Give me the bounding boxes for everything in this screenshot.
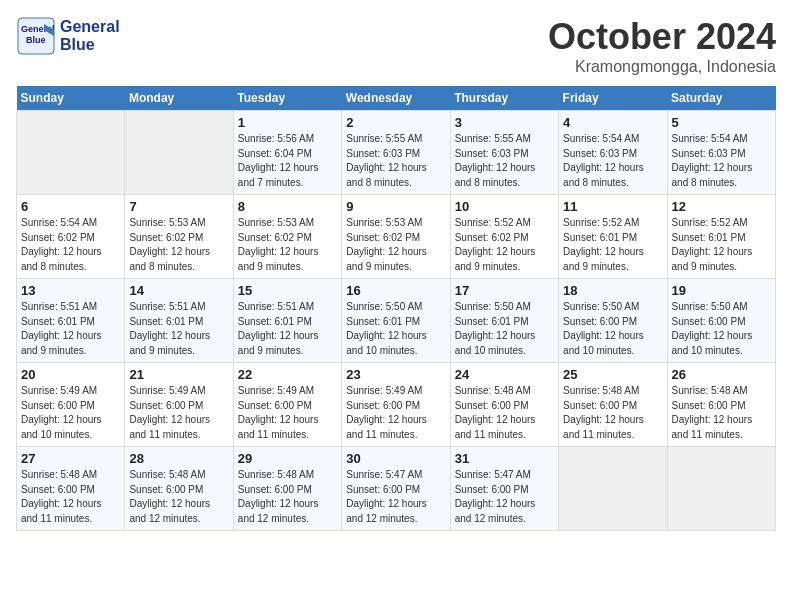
- calendar-cell: 12Sunrise: 5:52 AM Sunset: 6:01 PM Dayli…: [667, 195, 775, 279]
- day-info: Sunrise: 5:52 AM Sunset: 6:01 PM Dayligh…: [672, 216, 771, 274]
- day-number: 31: [455, 451, 554, 466]
- calendar-week-4: 20Sunrise: 5:49 AM Sunset: 6:00 PM Dayli…: [17, 363, 776, 447]
- calendar-cell: 22Sunrise: 5:49 AM Sunset: 6:00 PM Dayli…: [233, 363, 341, 447]
- calendar-cell: 24Sunrise: 5:48 AM Sunset: 6:00 PM Dayli…: [450, 363, 558, 447]
- day-info: Sunrise: 5:48 AM Sunset: 6:00 PM Dayligh…: [129, 468, 228, 526]
- day-info: Sunrise: 5:49 AM Sunset: 6:00 PM Dayligh…: [21, 384, 120, 442]
- calendar-cell: 27Sunrise: 5:48 AM Sunset: 6:00 PM Dayli…: [17, 447, 125, 531]
- day-number: 19: [672, 283, 771, 298]
- day-number: 23: [346, 367, 445, 382]
- day-number: 18: [563, 283, 662, 298]
- day-number: 10: [455, 199, 554, 214]
- day-number: 20: [21, 367, 120, 382]
- day-number: 7: [129, 199, 228, 214]
- day-info: Sunrise: 5:48 AM Sunset: 6:00 PM Dayligh…: [563, 384, 662, 442]
- calendar-header-row: SundayMondayTuesdayWednesdayThursdayFrid…: [17, 86, 776, 111]
- day-info: Sunrise: 5:52 AM Sunset: 6:02 PM Dayligh…: [455, 216, 554, 274]
- header-friday: Friday: [559, 86, 667, 111]
- month-title: October 2024: [548, 16, 776, 58]
- header-sunday: Sunday: [17, 86, 125, 111]
- day-info: Sunrise: 5:47 AM Sunset: 6:00 PM Dayligh…: [455, 468, 554, 526]
- calendar-cell: 7Sunrise: 5:53 AM Sunset: 6:02 PM Daylig…: [125, 195, 233, 279]
- day-number: 15: [238, 283, 337, 298]
- calendar-cell: 11Sunrise: 5:52 AM Sunset: 6:01 PM Dayli…: [559, 195, 667, 279]
- day-info: Sunrise: 5:51 AM Sunset: 6:01 PM Dayligh…: [238, 300, 337, 358]
- calendar-cell: 23Sunrise: 5:49 AM Sunset: 6:00 PM Dayli…: [342, 363, 450, 447]
- day-info: Sunrise: 5:54 AM Sunset: 6:02 PM Dayligh…: [21, 216, 120, 274]
- day-number: 22: [238, 367, 337, 382]
- calendar-cell: 30Sunrise: 5:47 AM Sunset: 6:00 PM Dayli…: [342, 447, 450, 531]
- calendar-cell: 29Sunrise: 5:48 AM Sunset: 6:00 PM Dayli…: [233, 447, 341, 531]
- day-info: Sunrise: 5:49 AM Sunset: 6:00 PM Dayligh…: [238, 384, 337, 442]
- calendar-cell: 15Sunrise: 5:51 AM Sunset: 6:01 PM Dayli…: [233, 279, 341, 363]
- day-info: Sunrise: 5:52 AM Sunset: 6:01 PM Dayligh…: [563, 216, 662, 274]
- logo-text: General Blue: [60, 18, 120, 54]
- day-number: 16: [346, 283, 445, 298]
- day-number: 25: [563, 367, 662, 382]
- location: Kramongmongga, Indonesia: [548, 58, 776, 76]
- day-info: Sunrise: 5:55 AM Sunset: 6:03 PM Dayligh…: [455, 132, 554, 190]
- calendar-week-5: 27Sunrise: 5:48 AM Sunset: 6:00 PM Dayli…: [17, 447, 776, 531]
- day-info: Sunrise: 5:49 AM Sunset: 6:00 PM Dayligh…: [346, 384, 445, 442]
- calendar-cell: [559, 447, 667, 531]
- calendar-cell: 14Sunrise: 5:51 AM Sunset: 6:01 PM Dayli…: [125, 279, 233, 363]
- header-wednesday: Wednesday: [342, 86, 450, 111]
- svg-text:Blue: Blue: [26, 35, 46, 45]
- day-info: Sunrise: 5:49 AM Sunset: 6:00 PM Dayligh…: [129, 384, 228, 442]
- day-info: Sunrise: 5:54 AM Sunset: 6:03 PM Dayligh…: [563, 132, 662, 190]
- day-info: Sunrise: 5:53 AM Sunset: 6:02 PM Dayligh…: [238, 216, 337, 274]
- day-number: 28: [129, 451, 228, 466]
- calendar-cell: 4Sunrise: 5:54 AM Sunset: 6:03 PM Daylig…: [559, 111, 667, 195]
- calendar-cell: 18Sunrise: 5:50 AM Sunset: 6:00 PM Dayli…: [559, 279, 667, 363]
- day-number: 27: [21, 451, 120, 466]
- calendar-week-1: 1Sunrise: 5:56 AM Sunset: 6:04 PM Daylig…: [17, 111, 776, 195]
- day-info: Sunrise: 5:50 AM Sunset: 6:01 PM Dayligh…: [455, 300, 554, 358]
- header-tuesday: Tuesday: [233, 86, 341, 111]
- day-info: Sunrise: 5:54 AM Sunset: 6:03 PM Dayligh…: [672, 132, 771, 190]
- day-number: 8: [238, 199, 337, 214]
- calendar-cell: 8Sunrise: 5:53 AM Sunset: 6:02 PM Daylig…: [233, 195, 341, 279]
- calendar-cell: 21Sunrise: 5:49 AM Sunset: 6:00 PM Dayli…: [125, 363, 233, 447]
- day-info: Sunrise: 5:48 AM Sunset: 6:00 PM Dayligh…: [21, 468, 120, 526]
- day-number: 6: [21, 199, 120, 214]
- day-info: Sunrise: 5:50 AM Sunset: 6:00 PM Dayligh…: [563, 300, 662, 358]
- day-number: 2: [346, 115, 445, 130]
- calendar-cell: [667, 447, 775, 531]
- calendar-week-3: 13Sunrise: 5:51 AM Sunset: 6:01 PM Dayli…: [17, 279, 776, 363]
- header-monday: Monday: [125, 86, 233, 111]
- day-number: 21: [129, 367, 228, 382]
- calendar-cell: 5Sunrise: 5:54 AM Sunset: 6:03 PM Daylig…: [667, 111, 775, 195]
- logo: General Blue General Blue: [16, 16, 120, 56]
- calendar-cell: 25Sunrise: 5:48 AM Sunset: 6:00 PM Dayli…: [559, 363, 667, 447]
- day-number: 26: [672, 367, 771, 382]
- day-info: Sunrise: 5:53 AM Sunset: 6:02 PM Dayligh…: [129, 216, 228, 274]
- calendar-cell: 3Sunrise: 5:55 AM Sunset: 6:03 PM Daylig…: [450, 111, 558, 195]
- day-info: Sunrise: 5:50 AM Sunset: 6:00 PM Dayligh…: [672, 300, 771, 358]
- calendar-cell: [125, 111, 233, 195]
- day-info: Sunrise: 5:53 AM Sunset: 6:02 PM Dayligh…: [346, 216, 445, 274]
- calendar-cell: 13Sunrise: 5:51 AM Sunset: 6:01 PM Dayli…: [17, 279, 125, 363]
- day-number: 12: [672, 199, 771, 214]
- day-number: 5: [672, 115, 771, 130]
- calendar-cell: 19Sunrise: 5:50 AM Sunset: 6:00 PM Dayli…: [667, 279, 775, 363]
- day-number: 17: [455, 283, 554, 298]
- header-thursday: Thursday: [450, 86, 558, 111]
- day-number: 11: [563, 199, 662, 214]
- day-info: Sunrise: 5:51 AM Sunset: 6:01 PM Dayligh…: [21, 300, 120, 358]
- calendar-table: SundayMondayTuesdayWednesdayThursdayFrid…: [16, 86, 776, 531]
- calendar-cell: [17, 111, 125, 195]
- logo-icon: General Blue: [16, 16, 56, 56]
- calendar-cell: 20Sunrise: 5:49 AM Sunset: 6:00 PM Dayli…: [17, 363, 125, 447]
- calendar-cell: 17Sunrise: 5:50 AM Sunset: 6:01 PM Dayli…: [450, 279, 558, 363]
- calendar-cell: 1Sunrise: 5:56 AM Sunset: 6:04 PM Daylig…: [233, 111, 341, 195]
- day-info: Sunrise: 5:51 AM Sunset: 6:01 PM Dayligh…: [129, 300, 228, 358]
- calendar-cell: 6Sunrise: 5:54 AM Sunset: 6:02 PM Daylig…: [17, 195, 125, 279]
- day-info: Sunrise: 5:56 AM Sunset: 6:04 PM Dayligh…: [238, 132, 337, 190]
- calendar-week-2: 6Sunrise: 5:54 AM Sunset: 6:02 PM Daylig…: [17, 195, 776, 279]
- day-info: Sunrise: 5:50 AM Sunset: 6:01 PM Dayligh…: [346, 300, 445, 358]
- day-info: Sunrise: 5:48 AM Sunset: 6:00 PM Dayligh…: [455, 384, 554, 442]
- day-info: Sunrise: 5:47 AM Sunset: 6:00 PM Dayligh…: [346, 468, 445, 526]
- calendar-cell: 31Sunrise: 5:47 AM Sunset: 6:00 PM Dayli…: [450, 447, 558, 531]
- calendar-cell: 10Sunrise: 5:52 AM Sunset: 6:02 PM Dayli…: [450, 195, 558, 279]
- day-number: 3: [455, 115, 554, 130]
